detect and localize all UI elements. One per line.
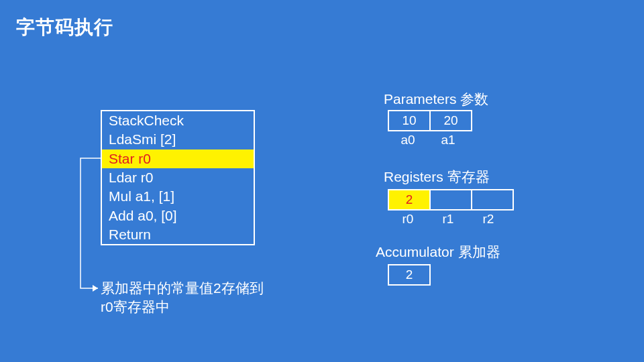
- accumulator-label: Accumulator 累加器: [376, 243, 500, 261]
- register-name-r0: r0: [388, 212, 428, 227]
- register-cell-r2: [471, 189, 514, 210]
- accumulator-value: 2: [388, 264, 431, 286]
- bytecode-instruction: Add a0, [0]: [102, 206, 254, 225]
- bytecode-listing: StackCheckLdaSmi [2]Star r0Ldar r0Mul a1…: [101, 110, 255, 245]
- bytecode-instruction: Return: [102, 225, 254, 244]
- bytecode-instruction: Ldar r0: [102, 168, 254, 187]
- registers-cells: 2: [388, 189, 514, 210]
- bytecode-instruction: Mul a1, [1]: [102, 187, 254, 206]
- register-name-r2: r2: [468, 212, 508, 227]
- bytecode-instruction: LdaSmi [2]: [102, 130, 254, 149]
- param-cell-a0: 10: [388, 110, 431, 131]
- param-cell-a1: 20: [429, 110, 472, 131]
- annotation-arrow: [72, 147, 102, 295]
- bytecode-instruction: StackCheck: [102, 111, 254, 130]
- registers-names: r0 r1 r2: [388, 212, 508, 227]
- parameters-cells: 10 20: [388, 110, 472, 131]
- param-name-a1: a1: [428, 133, 468, 147]
- annotation-text: 累加器中的常量值2存储到r0寄存器中: [101, 279, 275, 317]
- parameters-names: a0 a1: [388, 133, 468, 147]
- register-cell-r0: 2: [388, 189, 431, 210]
- bytecode-instruction: Star r0: [102, 149, 254, 168]
- page-title: 字节码执行: [16, 15, 113, 40]
- register-name-r1: r1: [428, 212, 468, 227]
- param-name-a0: a0: [388, 133, 428, 147]
- registers-label: Registers 寄存器: [384, 168, 490, 186]
- register-cell-r1: [429, 189, 472, 210]
- parameters-label: Parameters 参数: [384, 90, 488, 109]
